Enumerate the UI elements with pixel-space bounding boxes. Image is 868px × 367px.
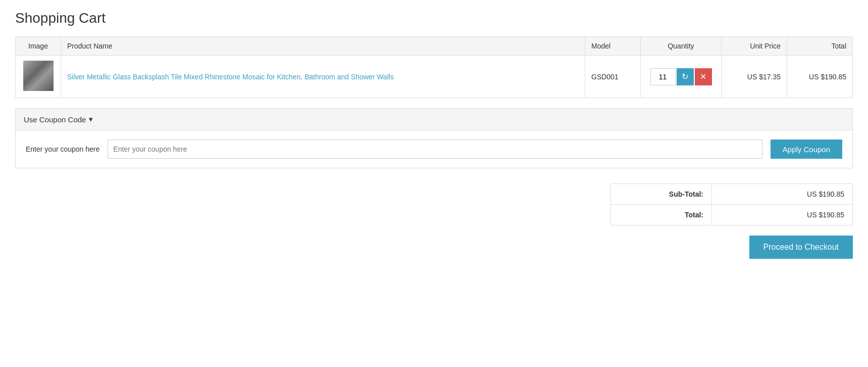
refresh-icon: ↻ (682, 72, 688, 81)
col-header-product-name: Product Name (61, 37, 585, 56)
col-header-model: Model (585, 37, 641, 56)
totals-table: Sub-Total: US $190.85 Total: US $190.85 (610, 183, 853, 225)
col-header-unit-price: Unit Price (722, 37, 787, 56)
product-name-cell: Silver Metallic Glass Backsplash Tile Mi… (61, 56, 585, 98)
coupon-input[interactable] (108, 140, 762, 159)
product-model-cell: GSD001 (585, 56, 641, 98)
product-image-cell (16, 56, 61, 98)
col-header-quantity: Quantity (641, 37, 722, 56)
subtotal-row: Sub-Total: US $190.85 (611, 184, 853, 205)
quantity-group: ↻ ✕ (647, 68, 715, 85)
table-row: Silver Metallic Glass Backsplash Tile Mi… (16, 56, 853, 98)
page-title: Shopping Cart (15, 10, 853, 26)
product-quantity-cell: ↻ ✕ (641, 56, 722, 98)
total-label: Total: (611, 205, 712, 225)
remove-icon: ✕ (700, 72, 706, 81)
proceed-to-checkout-button[interactable]: Proceed to Checkout (749, 236, 853, 259)
total-value: US $190.85 (712, 205, 853, 225)
product-thumbnail (23, 61, 54, 91)
coupon-section: Use Coupon Code ▾ Enter your coupon here… (15, 108, 853, 168)
quantity-input[interactable] (650, 68, 676, 85)
coupon-toggle[interactable]: Use Coupon Code ▾ (16, 109, 852, 130)
product-unit-price-cell: US $17.35 (722, 56, 787, 98)
refresh-quantity-button[interactable]: ↻ (677, 68, 694, 85)
col-header-total: Total (787, 37, 853, 56)
apply-coupon-button[interactable]: Apply Coupon (771, 140, 842, 159)
total-row: Total: US $190.85 (611, 205, 853, 225)
totals-section: Sub-Total: US $190.85 Total: US $190.85 (15, 183, 853, 225)
product-total-cell: US $190.85 (787, 56, 853, 98)
col-header-image: Image (16, 37, 61, 56)
subtotal-label: Sub-Total: (611, 184, 712, 205)
chevron-down-icon: ▾ (89, 115, 93, 124)
coupon-body: Enter your coupon here Apply Coupon (16, 130, 852, 168)
coupon-header-label: Use Coupon Code (24, 115, 86, 124)
coupon-field-label: Enter your coupon here (26, 145, 99, 153)
product-link[interactable]: Silver Metallic Glass Backsplash Tile Mi… (67, 73, 394, 81)
remove-item-button[interactable]: ✕ (695, 68, 712, 85)
subtotal-value: US $190.85 (712, 184, 853, 205)
checkout-section: Proceed to Checkout (15, 236, 853, 259)
cart-table: Image Product Name Model Quantity Unit P… (15, 36, 853, 98)
